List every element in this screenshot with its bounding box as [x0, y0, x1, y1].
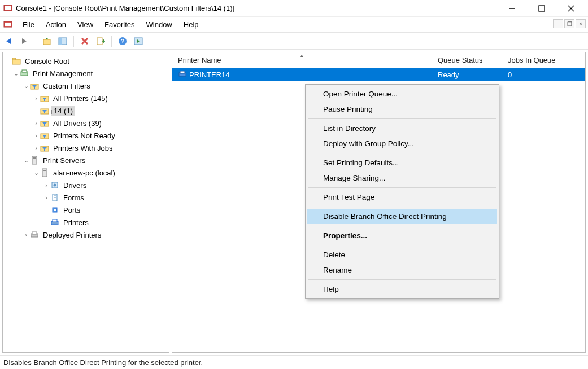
menu-window[interactable]: Window	[141, 18, 178, 31]
tree-label: Print Servers	[41, 156, 87, 165]
expander-icon[interactable]: ›	[42, 194, 50, 201]
driver-icon	[50, 181, 59, 190]
ctx-properties[interactable]: Properties...	[307, 228, 497, 243]
svg-rect-10	[59, 38, 62, 45]
tree-node-custom-filters[interactable]: ⌄ Custom Filters	[4, 80, 168, 92]
tree-node-printers-not-ready[interactable]: › Printers Not Ready	[4, 129, 168, 142]
expander-icon[interactable]: ⌄	[12, 70, 20, 77]
show-hide-console-tree-button[interactable]	[56, 34, 69, 48]
tree-node-printers[interactable]: Printers	[4, 216, 168, 229]
svg-rect-41	[32, 232, 37, 234]
expander-icon[interactable]: ⌄	[32, 169, 40, 177]
tree-label: Deployed Printers	[41, 230, 103, 240]
expander-icon[interactable]: ›	[22, 231, 30, 238]
tree-label: Print Management	[31, 69, 94, 78]
tree-label: Printers With Jobs	[51, 143, 114, 153]
expander-icon[interactable]: ›	[42, 182, 50, 188]
expander-icon[interactable]: ›	[32, 144, 40, 151]
help-button[interactable]: ?	[116, 34, 129, 48]
port-icon	[50, 205, 59, 214]
forms-icon	[50, 193, 59, 202]
menu-view[interactable]: View	[72, 18, 99, 31]
svg-rect-43	[180, 71, 185, 73]
ctx-manage-sharing[interactable]: Manage Sharing...	[307, 170, 497, 186]
ctx-rename[interactable]: Rename	[307, 262, 497, 278]
export-list-button[interactable]	[94, 34, 107, 48]
expander-icon[interactable]: ›	[32, 132, 40, 139]
svg-rect-18	[12, 58, 16, 60]
cell-queue-status: Ready	[432, 71, 502, 79]
tree-node-forms[interactable]: › Forms	[4, 191, 168, 204]
tree-label: Forms	[62, 193, 86, 203]
titlebar: Console1 - [Console Root\Print Managemen…	[0, 0, 588, 17]
col-header-printer-name[interactable]: ▴ Printer Name	[172, 52, 432, 68]
svg-rect-1	[5, 6, 11, 10]
tree-node-all-printers[interactable]: › All Printers (145)	[4, 92, 168, 104]
ctx-disable-branch-office-direct-printing[interactable]: Disable Branch Office Direct Printing	[307, 209, 497, 224]
tree-label: 14 (1)	[51, 106, 75, 116]
menu-action[interactable]: Action	[40, 18, 72, 31]
tree-pane[interactable]: Console Root ⌄ Print Management ⌄ Custom…	[2, 52, 169, 353]
col-header-queue-status[interactable]: Queue Status	[432, 52, 502, 68]
up-button[interactable]	[40, 34, 54, 48]
statusbar: Disables Branch Office Direct Printing f…	[0, 355, 588, 369]
tree-node-console-root[interactable]: Console Root	[4, 55, 168, 67]
mdi-restore-button[interactable]: ❐	[564, 19, 574, 28]
toolbar-separator	[36, 36, 36, 47]
tree-label: Printers Not Ready	[51, 131, 117, 140]
ctx-separator	[308, 118, 496, 119]
deployed-printer-icon	[30, 230, 39, 239]
ctx-set-printing-defaults[interactable]: Set Printing Defaults...	[307, 155, 497, 170]
ctx-deploy-group-policy[interactable]: Deploy with Group Policy...	[307, 136, 497, 151]
filter-folder-icon	[40, 94, 49, 103]
ctx-help[interactable]: Help	[307, 282, 497, 297]
tree-label: All Printers (145)	[51, 94, 110, 103]
server-icon	[30, 156, 39, 165]
close-button[interactable]	[563, 3, 579, 14]
app-icon	[3, 4, 12, 13]
svg-rect-20	[22, 70, 27, 72]
back-button[interactable]	[2, 34, 16, 48]
ctx-delete[interactable]: Delete	[307, 247, 497, 262]
sort-ascending-icon: ▴	[300, 52, 303, 58]
expander-icon[interactable]: ›	[32, 95, 40, 102]
menu-help[interactable]: Help	[178, 18, 204, 31]
ctx-open-printer-queue[interactable]: Open Printer Queue...	[307, 86, 497, 102]
tree-node-printers-with-jobs[interactable]: › Printers With Jobs	[4, 142, 168, 154]
minimize-button[interactable]	[504, 3, 520, 14]
tree-node-drivers[interactable]: › Drivers	[4, 179, 168, 191]
tree-node-filter-14[interactable]: 14 (1)	[4, 104, 168, 117]
tree-node-deployed-printers[interactable]: › Deployed Printers	[4, 229, 168, 241]
ctx-pause-printing[interactable]: Pause Printing	[307, 102, 497, 117]
tree-node-ports[interactable]: Ports	[4, 204, 168, 216]
svg-rect-7	[5, 23, 11, 26]
document-app-icon	[3, 20, 12, 29]
mdi-minimize-button[interactable]: _	[553, 19, 563, 28]
mdi-close-button[interactable]: ×	[576, 19, 586, 28]
list-row-printer[interactable]: PRINTER14 Ready 0	[172, 68, 585, 81]
expander-icon[interactable]: ›	[32, 120, 40, 126]
filter-folder-icon	[40, 106, 49, 115]
tree-node-print-servers[interactable]: ⌄ Print Servers	[4, 154, 168, 166]
maximize-button[interactable]	[534, 3, 550, 14]
cell-printer-name: PRINTER14	[189, 71, 230, 79]
svg-rect-3	[539, 6, 545, 11]
expander-icon[interactable]: ⌄	[22, 82, 30, 90]
delete-button[interactable]	[78, 34, 92, 48]
expander-icon[interactable]: ⌄	[22, 157, 30, 164]
tree-node-print-management[interactable]: ⌄ Print Management	[4, 67, 168, 80]
col-label: Jobs In Queue	[508, 56, 556, 64]
col-label: Queue Status	[438, 56, 483, 64]
ctx-print-test-page[interactable]: Print Test Page	[307, 190, 497, 205]
tree-node-all-drivers[interactable]: › All Drivers (39)	[4, 117, 168, 129]
tree-label: Printers	[62, 218, 90, 227]
menu-file[interactable]: File	[17, 18, 40, 31]
tree-node-server-local[interactable]: ⌄ alan-new-pc (local)	[4, 166, 168, 179]
forward-button[interactable]	[18, 34, 32, 48]
svg-rect-28	[33, 157, 36, 159]
svg-point-32	[54, 184, 56, 187]
col-header-jobs-in-queue[interactable]: Jobs In Queue	[502, 52, 585, 68]
extended-view-button[interactable]	[132, 34, 145, 48]
ctx-list-in-directory[interactable]: List in Directory	[307, 121, 497, 136]
menu-favorites[interactable]: Favorites	[99, 18, 140, 31]
